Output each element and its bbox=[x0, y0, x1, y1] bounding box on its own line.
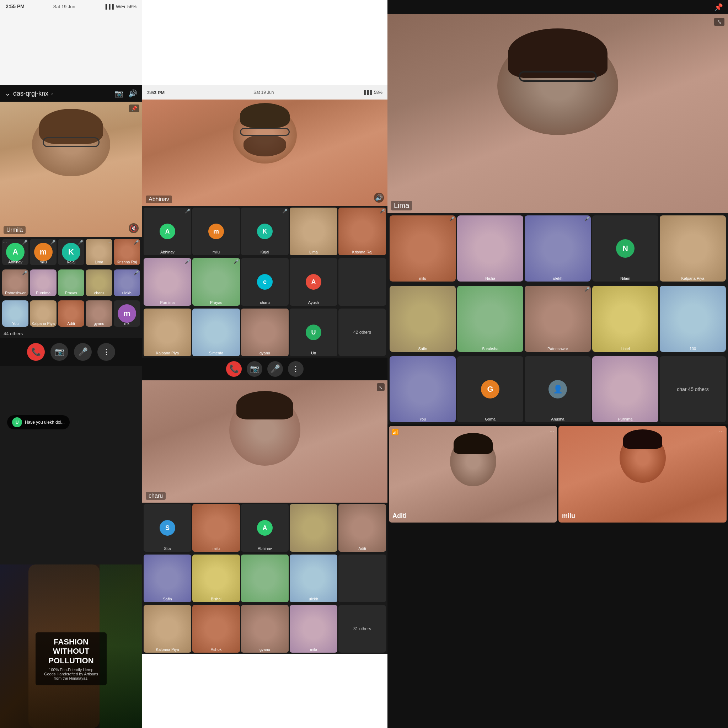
mid-mute-button[interactable]: 🎤 bbox=[267, 361, 283, 377]
right-more-ulekh[interactable]: ··· bbox=[586, 217, 590, 222]
right-name-ulekh: ulekh bbox=[525, 276, 591, 280]
mid-tile-simenta[interactable]: Simenta bbox=[192, 309, 240, 356]
mid-tile-aditi2[interactable]: Aditi bbox=[338, 504, 386, 552]
mid-tile-un[interactable]: U Un bbox=[290, 309, 337, 356]
mid-tile-gyanu3[interactable]: gyanu bbox=[241, 605, 289, 653]
meeting-code-left: das-qrgj-knx bbox=[13, 90, 48, 97]
mid-avatar-sita: S bbox=[160, 520, 175, 536]
more-abhinav[interactable]: ··· bbox=[3, 240, 28, 245]
tile-gyanu-left[interactable]: gyanu bbox=[86, 300, 112, 327]
aditi-face bbox=[389, 426, 557, 523]
mid-tile-milu[interactable]: m milu bbox=[192, 208, 240, 255]
tile-charu-left[interactable]: charu bbox=[86, 269, 112, 296]
tile-kajal[interactable]: K Kajal 🎤 bbox=[58, 239, 84, 265]
tile-abhinav[interactable]: A Abhinav 🎤 ··· bbox=[2, 239, 28, 265]
right-avatar-goma: G bbox=[481, 380, 499, 399]
mid-tile-ulekh2[interactable]: ulekh bbox=[290, 555, 337, 602]
tile-purnima[interactable]: Purnima bbox=[30, 269, 56, 296]
more-options-button[interactable]: ⋮ bbox=[97, 343, 115, 361]
tile-milu[interactable]: m milu 🎤 bbox=[30, 239, 56, 265]
mid-more-tile-top[interactable]: 42 others bbox=[338, 309, 386, 356]
mid-tile-ashok[interactable]: Ashok bbox=[192, 605, 240, 653]
milu-more-icon[interactable]: ··· bbox=[719, 429, 724, 435]
milu-bottom-label: milu bbox=[562, 512, 575, 520]
mid-tile-abhinav2[interactable]: A Abhinav bbox=[241, 504, 289, 552]
mid-tile-safin[interactable]: Safin bbox=[144, 555, 191, 602]
aditi-more-icon[interactable]: ··· bbox=[549, 429, 554, 435]
tile-kalpana-left[interactable]: Kalpana Piya bbox=[30, 300, 56, 327]
camera-toggle-button[interactable]: 📷 bbox=[50, 343, 68, 361]
mid-tile-kajal[interactable]: K Kajal 🎤 bbox=[241, 208, 289, 255]
mid-camera-button[interactable]: 📷 bbox=[247, 361, 262, 377]
avatar-abhinav: A bbox=[6, 243, 24, 261]
mid-tile-charu2[interactable]: c charu bbox=[241, 258, 289, 306]
name-abhinav: Abhinav bbox=[2, 260, 28, 264]
tile-krishnaraj[interactable]: Krishna Raj 🎤 bbox=[114, 239, 140, 265]
mid-tile-sita[interactable]: S Sita bbox=[144, 504, 191, 552]
battery-icon: 56% bbox=[127, 4, 136, 9]
mid-name-sita: Sita bbox=[144, 546, 191, 551]
charu-expand-icon[interactable]: ⤡ bbox=[377, 383, 385, 391]
camera-switch-icon[interactable]: 📷 bbox=[115, 89, 123, 98]
mute-button[interactable]: 🎤 bbox=[74, 343, 92, 361]
promo-background: FASHION WITHOUT POLLUTION 100% Eco-Frien… bbox=[0, 564, 142, 728]
phone-icon: 📞 bbox=[31, 347, 41, 356]
right-more-tile[interactable]: char 45 others bbox=[660, 356, 726, 422]
right-tile-you[interactable]: You bbox=[390, 356, 456, 422]
right-panel-pin-icon[interactable]: 📌 bbox=[714, 3, 723, 11]
mid-tile-kalpana2[interactable]: Kalpana Piya bbox=[144, 309, 191, 356]
mid-tile-milu2[interactable]: milu bbox=[192, 504, 240, 552]
tile-aditi-left[interactable]: Aditi bbox=[58, 300, 84, 327]
mid-end-call-button[interactable]: 📞 bbox=[226, 361, 242, 377]
tile-patneshwar[interactable]: Patneshwar 🎤 bbox=[2, 269, 28, 296]
mid-tile-prayas[interactable]: Prayas 🎤 bbox=[192, 258, 240, 306]
right-tile-nilam[interactable]: N Nilam bbox=[592, 216, 658, 281]
more-options-icon: ⋮ bbox=[102, 347, 110, 356]
right-tile-goma[interactable]: G Goma bbox=[457, 356, 523, 422]
volume-icon[interactable]: 🔊 bbox=[128, 89, 137, 98]
right-mute-milu: 🎤 bbox=[449, 217, 455, 222]
mid-tile-b4[interactable] bbox=[290, 504, 337, 552]
tile-lima[interactable]: Lima ··· bbox=[86, 239, 112, 265]
right-name-patneshwar-r: Patneshwar bbox=[525, 347, 591, 351]
tile-prayas[interactable]: Prayas bbox=[58, 269, 84, 296]
right-panel: 📌 Lima ⤡ milu 🎤 Nisha bbox=[387, 0, 728, 728]
urmila-face bbox=[0, 102, 142, 237]
right-tile-nisha[interactable]: Nisha bbox=[457, 216, 523, 281]
mid-tile-abhinav[interactable]: A Abhinav 🎤 bbox=[144, 208, 191, 255]
mid-tile-krishnaraj[interactable]: Krishna Raj 🎤 ··· bbox=[338, 208, 386, 255]
chat-notification[interactable]: U Have you ulekh dol... bbox=[7, 415, 70, 430]
mid-tile-purnima[interactable]: Purnima 🎤 bbox=[144, 258, 191, 306]
right-tile-100[interactable]: 100 bbox=[660, 286, 726, 352]
mid-tile-mila[interactable]: mila bbox=[290, 605, 337, 653]
tile-ulekh-left[interactable]: ulekh 🎤 bbox=[114, 269, 140, 296]
tile-you-left[interactable]: You bbox=[2, 300, 28, 327]
right-tile-hotel[interactable]: Hotel bbox=[592, 286, 658, 352]
mid-tile-b23[interactable] bbox=[241, 555, 289, 602]
right-tile-anusha[interactable]: 👤 Anusha bbox=[525, 356, 591, 422]
right-tile-suraksha[interactable]: Suraksha bbox=[457, 286, 523, 352]
chevron-down-icon[interactable]: ⌄ bbox=[5, 90, 10, 97]
mid-tile-ayush[interactable]: A Ayush bbox=[290, 258, 337, 306]
right-tile-milu[interactable]: milu 🎤 bbox=[390, 216, 456, 281]
right-tile-patneshwar-r[interactable]: Patneshwar 🎤 bbox=[525, 286, 591, 352]
lima-expand-icon[interactable]: ⤡ bbox=[714, 18, 725, 26]
tile-mk-left[interactable]: m mk bbox=[114, 300, 140, 327]
mid-mute-abhinav: 🎤 bbox=[185, 209, 190, 214]
end-call-button[interactable]: 📞 bbox=[27, 343, 45, 361]
mid-more-krishnaraj[interactable]: ··· bbox=[381, 209, 385, 214]
mid-more-button[interactable]: ⋮ bbox=[288, 361, 304, 377]
right-tile-safin[interactable]: Safin bbox=[390, 286, 456, 352]
mid-mute-purnima: 🎤 bbox=[185, 259, 190, 264]
pin-icon[interactable]: 📌 bbox=[129, 104, 139, 112]
right-tile-purnima-r[interactable]: Purnima bbox=[592, 356, 658, 422]
mid-tile-bishal[interactable]: Bishal bbox=[192, 555, 240, 602]
mid-tile-kalpana3[interactable]: Kalpana Piya bbox=[144, 605, 191, 653]
right-tile-ulekh[interactable]: ulekh 🎤 ··· bbox=[525, 216, 591, 281]
right-tile-kalpanapiya[interactable]: Kalpana Piya bbox=[660, 216, 726, 281]
mid-tile-lima[interactable]: Lima bbox=[290, 208, 337, 255]
mid-more-tile-bottom[interactable]: 31 others bbox=[338, 605, 386, 653]
more-lima[interactable]: ··· bbox=[108, 240, 111, 245]
signal-icon: ▐▐▐ bbox=[104, 4, 114, 9]
mid-tile-gyanu2[interactable]: gyanu bbox=[241, 309, 289, 356]
